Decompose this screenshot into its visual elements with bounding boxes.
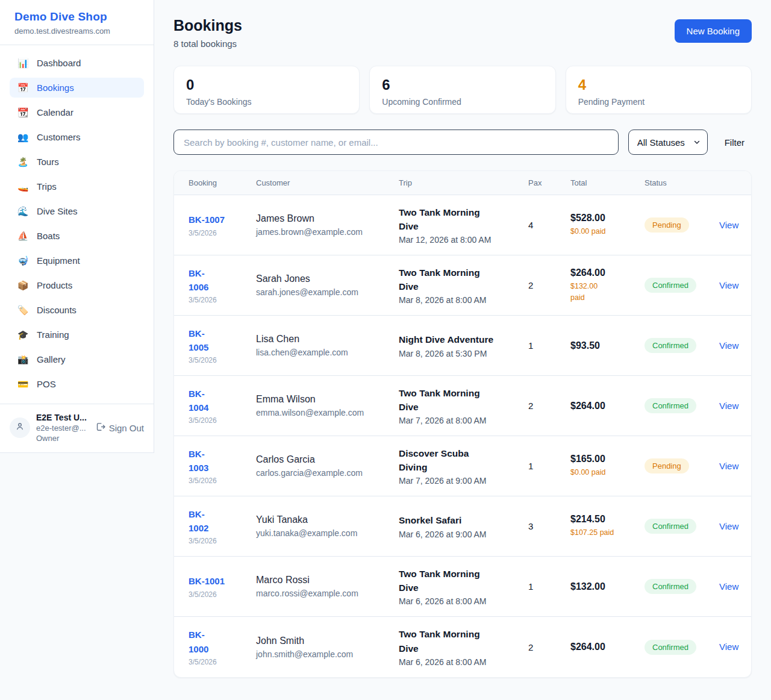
stat-value: 4 [578,77,739,93]
status-badge: Confirmed [645,398,696,413]
sidebar-item-pos[interactable]: 💳 POS [10,374,144,394]
table-row: BK-1007 3/5/2026 James Brown james.brown… [174,195,751,255]
table-row: BK- 1000 3/5/2026 John Smith john.smith@… [174,617,751,677]
pax-count: 4 [528,220,570,230]
sidebar-item-dive-sites[interactable]: 🌊 Dive Sites [10,201,144,221]
sidebar-item-products[interactable]: 📦 Products [10,275,144,295]
booking-id-link[interactable]: BK- 1006 [189,266,256,295]
sidebar-item-bookings[interactable]: 📅 Bookings [10,78,144,98]
trip-datetime: Mar 7, 2026 at 9:00 AM [399,476,528,486]
sidebar-item-customers[interactable]: 👥 Customers [10,127,144,147]
pax-count: 2 [528,280,570,290]
sidebar-nav: 📊 Dashboard 📅 Bookings 📆 Calendar 👥 Cust… [0,45,154,404]
sidebar-item-boats[interactable]: ⛵ Boats [10,226,144,246]
trip-datetime: Mar 8, 2026 at 5:30 PM [399,349,528,358]
booking-date: 3/5/2026 [189,229,256,237]
status-cell: Confirmed [645,519,719,534]
new-booking-button[interactable]: New Booking [675,19,752,43]
page-title: Bookings [173,17,242,34]
customer-email: lisa.chen@example.com [256,348,399,357]
booking-id-link[interactable]: BK- 1000 [189,628,256,656]
bookings-icon: 📅 [17,83,29,92]
actions-cell: View [719,401,737,411]
discounts-icon: 🏷️ [17,305,29,314]
sidebar-item-label: Discounts [37,305,76,315]
total-amount: $264.00 [570,267,645,278]
trip-name: Night Dive Adventure [399,333,528,346]
view-link[interactable]: View [719,340,738,351]
status-filter-select[interactable]: All Statuses [628,130,708,155]
customer-name: Marco Rossi [256,575,399,586]
actions-cell: View [719,280,737,291]
view-link[interactable]: View [719,461,738,471]
table-body: BK-1007 3/5/2026 James Brown james.brown… [174,195,751,677]
sidebar-item-label: Dive Sites [37,206,78,216]
sign-out-label: Sign Out [109,423,144,433]
sidebar-item-training[interactable]: 🎓 Training [10,325,144,345]
booking-cell: BK- 1000 3/5/2026 [189,628,256,666]
page-header: Bookings 8 total bookings New Booking [173,17,752,49]
status-badge: Confirmed [645,519,696,534]
booking-id-link[interactable]: BK- 1004 [189,387,256,415]
shop-name: Demo Dive Shop [14,10,139,23]
booking-id-link[interactable]: BK- 1003 [189,447,256,475]
search-input[interactable] [173,130,619,155]
view-link[interactable]: View [719,220,738,230]
customer-name: Yuki Tanaka [256,514,399,525]
pos-icon: 💳 [17,380,29,389]
user-role: Owner [36,434,89,443]
status-badge: Confirmed [645,640,696,655]
trip-name: Two Tank Morning Dive [399,266,528,294]
view-link[interactable]: View [719,642,738,652]
sidebar-item-discounts[interactable]: 🏷️ Discounts [10,300,144,320]
filter-button[interactable]: Filter [717,137,752,148]
view-link[interactable]: View [719,581,738,592]
customer-name: Lisa Chen [256,334,399,345]
booking-id-link[interactable]: BK- 1002 [189,507,256,536]
customer-name: Carlos Garcia [256,454,399,465]
table-row: BK- 1004 3/5/2026 Emma Wilson emma.wilso… [174,376,751,436]
actions-cell: View [719,642,737,652]
total-cell: $214.50 $107.25 paid [570,514,645,538]
sidebar-item-label: Equipment [37,255,80,266]
boats-icon: ⛵ [17,231,29,240]
sidebar-item-label: Dashboard [37,58,81,68]
total-amount: $264.00 [570,642,645,652]
booking-id-link[interactable]: BK-1001 [189,574,256,588]
sidebar-item-label: POS [37,379,56,389]
stat-card: 6 Upcoming Confirmed [369,66,555,114]
status-cell: Confirmed [645,579,719,594]
sidebar-item-tours[interactable]: 🏝️ Tours [10,152,144,172]
trip-datetime: Mar 6, 2026 at 9:00 AM [399,530,528,539]
sign-out-button[interactable]: Sign Out [95,422,144,434]
sidebar-item-label: Customers [37,132,81,142]
total-amount: $165.00 [570,454,645,464]
actions-cell: View [719,461,737,472]
view-link[interactable]: View [719,280,738,290]
trip-cell: Discover Scuba Diving Mar 7, 2026 at 9:0… [399,446,528,486]
booking-id-link[interactable]: BK- 1005 [189,327,256,355]
controls-row: All Statuses Filter [173,130,752,155]
total-cell: $165.00 $0.00 paid [570,454,645,478]
trip-datetime: Mar 8, 2026 at 8:00 AM [399,295,528,305]
customer-cell: Lisa Chen lisa.chen@example.com [256,334,399,357]
sidebar-item-trips[interactable]: 🚤 Trips [10,177,144,196]
sidebar-item-calendar[interactable]: 📆 Calendar [10,102,144,122]
products-icon: 📦 [17,281,29,290]
table-header-row: Booking Customer Trip Pax Total Status [174,171,751,195]
paid-amount: $0.00 paid [570,226,645,237]
sidebar-item-gallery[interactable]: 📸 Gallery [10,349,144,369]
trip-name: Two Tank Morning Dive [399,627,528,655]
trip-cell: Snorkel Safari Mar 6, 2026 at 9:00 AM [399,513,528,539]
dashboard-icon: 📊 [17,58,29,67]
training-icon: 🎓 [17,330,29,339]
customers-icon: 👥 [17,133,29,142]
user-icon [15,422,25,434]
brand-block: Demo Dive Shop demo.test.divestreams.com [0,0,154,45]
view-link[interactable]: View [719,401,738,411]
sidebar-item-dashboard[interactable]: 📊 Dashboard [10,53,144,73]
booking-id-link[interactable]: BK-1007 [189,213,256,227]
customer-name: Emma Wilson [256,394,399,405]
sidebar-item-equipment[interactable]: 🤿 Equipment [10,251,144,270]
view-link[interactable]: View [719,521,738,531]
